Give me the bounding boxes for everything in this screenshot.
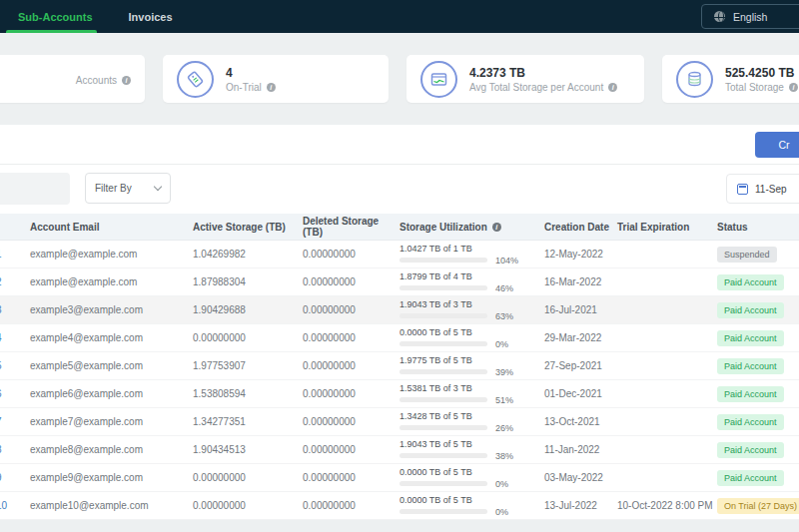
status-badge: Paid Account (717, 302, 784, 318)
status-badge: On Trial (27 Days) (717, 498, 799, 514)
active-storage-value: 1.90429688 (193, 304, 303, 315)
account-email: example8@example.com (30, 444, 193, 455)
creation-date: 16-Mar-2022 (544, 276, 617, 287)
header-active-storage: Active Storage (TB) (193, 222, 303, 233)
utilization-bar (400, 453, 487, 458)
creation-date: 12-May-2022 (544, 249, 617, 260)
creation-date: 01-Dec-2021 (544, 388, 617, 399)
tab-sub-accounts[interactable]: Sub-Accounts (0, 0, 111, 33)
status-cell: On Trial (27 Days) (717, 498, 799, 514)
tab-invoices[interactable]: Invoices (111, 0, 191, 33)
storage-utilization-cell: 1.5381 TB of 3 TB 51% (400, 383, 544, 405)
table-row[interactable]: 6 example6@example.com 1.53808594 0.0000… (0, 380, 799, 408)
table-body: 1 example@example.com 1.04269982 0.00000… (0, 241, 799, 520)
account-email: example@example.com (30, 276, 193, 287)
date-picker[interactable]: 11-Sep (726, 174, 799, 204)
utilization-text: 0.0000 TB of 5 TB (400, 467, 536, 477)
account-email: example5@example.com (30, 360, 193, 371)
info-icon[interactable]: i (267, 83, 276, 92)
header-trial-expiration: Trial Expiration (617, 222, 717, 233)
date-value: 11-Sep (755, 184, 787, 195)
utilization-text: 1.3428 TB of 5 TB (400, 411, 536, 421)
utilization-percent: 0% (495, 479, 508, 489)
status-cell: Paid Account (717, 470, 799, 486)
status-cell: Paid Account (717, 302, 799, 318)
deleted-storage-value: 0.00000000 (303, 472, 400, 483)
table-row[interactable]: 8 example8@example.com 1.90434513 0.0000… (0, 436, 799, 464)
card-on-trial: 4 On-Trial i (163, 55, 389, 103)
table-row[interactable]: 1 example@example.com 1.04269982 0.00000… (0, 241, 799, 268)
utilization-percent: 46% (495, 283, 513, 293)
card-total-storage-label: Total Storage (725, 82, 784, 93)
toolbar-title-row: Cr (0, 125, 799, 165)
deleted-storage-value: 0.00000000 (303, 249, 400, 260)
card-on-trial-value: 4 (226, 66, 276, 80)
account-id-link[interactable]: 8 (0, 444, 30, 455)
account-id-link[interactable]: 1 (0, 249, 30, 260)
status-badge: Paid Account (717, 442, 784, 458)
status-badge: Paid Account (717, 470, 784, 486)
top-navbar: Sub-Accounts Invoices English (0, 0, 799, 33)
table-row[interactable]: 2 example@example.com 1.87988304 0.00000… (0, 268, 799, 296)
card-accounts: Accounts i (0, 55, 145, 103)
status-badge: Paid Account (717, 358, 784, 374)
utilization-bar (400, 313, 487, 318)
creation-date: 11-Jan-2022 (544, 444, 617, 455)
globe-icon (714, 11, 725, 22)
account-id-link[interactable]: 5 (0, 360, 30, 371)
status-cell: Paid Account (717, 386, 799, 402)
active-storage-value: 1.87988304 (193, 276, 303, 287)
account-id-link[interactable]: 10 (0, 500, 30, 511)
utilization-text: 1.9043 TB of 5 TB (400, 439, 536, 449)
account-id-link[interactable]: 9 (0, 472, 30, 483)
utilization-percent: 51% (495, 395, 513, 405)
tag-icon (177, 61, 214, 98)
search-input[interactable] (0, 173, 70, 205)
trial-expiration: 10-Oct-2022 8:00 PM (617, 500, 717, 511)
card-accounts-label: Accounts (76, 75, 117, 86)
account-id-link[interactable]: 6 (0, 388, 30, 399)
card-avg-storage-label: Avg Total Storage per Account (469, 82, 603, 93)
account-id-link[interactable]: 2 (0, 276, 30, 287)
account-id-link[interactable]: 4 (0, 332, 30, 343)
account-id-link[interactable]: 3 (0, 304, 30, 315)
utilization-text: 0.0000 TB of 5 TB (400, 495, 536, 505)
active-storage-value: 1.90434513 (193, 444, 303, 455)
table-row[interactable]: 5 example5@example.com 1.97753907 0.0000… (0, 352, 799, 380)
creation-date: 16-Jul-2021 (544, 304, 617, 315)
account-email: example@example.com (30, 249, 193, 260)
table-row[interactable]: 3 example3@example.com 1.90429688 0.0000… (0, 296, 799, 324)
table-row[interactable]: 7 example7@example.com 1.34277351 0.0000… (0, 408, 799, 436)
utilization-bar (400, 509, 487, 514)
card-total-storage: 525.4250 TB Total Storage i (662, 55, 799, 103)
creation-date: 13-Jul-2022 (544, 500, 617, 511)
filter-by-dropdown[interactable]: Filter By (85, 173, 171, 204)
utilization-bar (400, 369, 487, 374)
table-row[interactable]: 9 example9@example.com 0.00000000 0.0000… (0, 464, 799, 492)
info-icon[interactable]: i (492, 223, 501, 232)
status-cell: Paid Account (717, 442, 799, 458)
storage-utilization-cell: 0.0000 TB of 5 TB 0% (400, 327, 544, 349)
info-icon[interactable]: i (122, 76, 131, 85)
toolbar-filter-row: Filter By 11-Sep (0, 165, 799, 214)
header-status: Status (717, 222, 799, 233)
status-badge: Suspended (717, 247, 777, 263)
storage-utilization-cell: 0.0000 TB of 5 TB 0% (400, 495, 544, 517)
active-storage-value: 1.04269982 (193, 249, 303, 260)
info-icon[interactable]: i (608, 83, 617, 92)
calendar-icon (737, 184, 748, 195)
table-row[interactable]: 4 example4@example.com 0.00000000 0.0000… (0, 324, 799, 352)
header-storage-utilization: Storage Utilization i (400, 222, 544, 233)
active-storage-value: 0.00000000 (193, 332, 303, 343)
table-row[interactable]: 10 example10@example.com 0.00000000 0.00… (0, 492, 799, 520)
account-id-link[interactable]: 7 (0, 416, 30, 427)
creation-date: 29-Mar-2022 (544, 332, 617, 343)
info-icon[interactable]: i (789, 83, 798, 92)
utilization-text: 1.0427 TB of 1 TB (400, 244, 536, 254)
create-button[interactable]: Cr (755, 132, 799, 158)
database-icon (676, 61, 713, 98)
utilization-text: 1.8799 TB of 4 TB (400, 271, 536, 281)
language-selector[interactable]: English (701, 4, 799, 29)
utilization-percent: 38% (495, 451, 513, 461)
status-badge: Paid Account (717, 274, 784, 290)
